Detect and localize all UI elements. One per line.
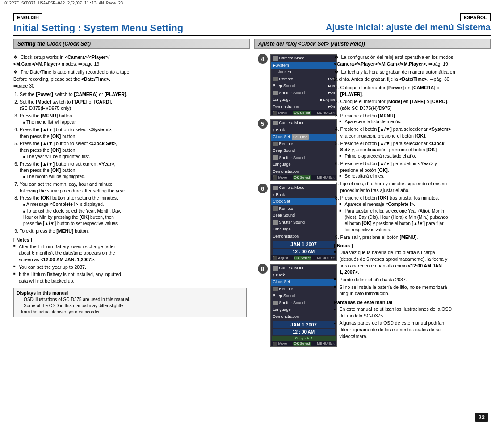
section-header-right: Ajuste del reloj <Clock Set> (Ajuste Rel… bbox=[254, 39, 491, 49]
lang-badge-espanol: ESPAÑOL bbox=[460, 13, 491, 21]
date-display-8: JAN 1 2007 bbox=[273, 321, 335, 328]
left-note-1: After the Lithium Battery loses its char… bbox=[13, 243, 247, 263]
step-circle-4: 4 bbox=[258, 54, 268, 64]
page-number: 23 bbox=[475, 413, 488, 422]
right-notes-list: Una vez que la batería de litio pierda s… bbox=[334, 249, 491, 297]
osd-screens-column: 4 Camera Mode ▶System Clock Set bbox=[258, 54, 332, 347]
right-steps-list: Coloque el interruptor [Power] en [CAMER… bbox=[334, 84, 491, 240]
left-column: ❖ Clock setup works in <Camera>/<Player>… bbox=[13, 54, 247, 347]
osd-row-beep-5: Beep Sound bbox=[271, 147, 336, 155]
right-step-3-bullet: Aparecerá la lista de menús. bbox=[345, 119, 491, 125]
main-title-right: Ajuste inicial: ajuste del menú Sistema bbox=[252, 22, 491, 35]
osd-bottom-6: ⬛ Adjust OK Select MENU Exit bbox=[271, 255, 336, 260]
left-step-7: You can set the month, day, hour and min… bbox=[20, 181, 247, 194]
osd-row-camera-mode-8: Camera Mode bbox=[271, 265, 336, 272]
osd-row-language-4: Language ▶English bbox=[271, 96, 336, 104]
osd-item-4: 4 Camera Mode ▶System Clock Set bbox=[258, 54, 332, 116]
displays-list: OSD illustrations of SC-D375 are used in… bbox=[17, 297, 244, 315]
right-step-9: Para salir, presione el botón [MENU]. bbox=[340, 234, 491, 241]
right-step-8-bullet1: Aparece el mensaje <Complete !>. bbox=[345, 201, 491, 208]
osd-row-camera-mode-6: Camera Mode bbox=[271, 184, 336, 192]
pantallas-section: Pantallas de este manual En este manual … bbox=[334, 300, 491, 339]
osd-row-language-5: Language bbox=[271, 161, 336, 168]
step-circle-5: 5 bbox=[258, 119, 268, 129]
osd-bottom-5: ⬛ Move OK Select MENU Exit bbox=[271, 175, 336, 180]
left-step-5: Press the [▲/▼] button to select <Clock … bbox=[20, 140, 247, 159]
left-step-2: Set the [Mode] switch to [TAPE] or [CARD… bbox=[20, 99, 247, 112]
osd-row-back-8: ↑ Back bbox=[271, 272, 336, 279]
left-step-6: Press the [▲/▼] button to set current <Y… bbox=[20, 161, 247, 180]
osd-row-language-6: Language bbox=[271, 226, 336, 233]
lang-badge-english: ENGLISH bbox=[13, 13, 42, 21]
left-step-1: Set the [Power] switch to [CAMERA] or [P… bbox=[20, 91, 247, 98]
right-step-7: Fije el mes, día, hora y minutos siguien… bbox=[340, 180, 491, 193]
left-note-2: You can set the year up to 2037. bbox=[13, 264, 247, 271]
left-step-8-bullet2: To adjust the clock, select the Year, Mo… bbox=[23, 208, 247, 227]
left-notes: [ Notes ] After the Lithium Battery lose… bbox=[13, 237, 247, 284]
right-step-3: Presione el botón [MENU]. Aparecerá la l… bbox=[340, 113, 491, 125]
osd-row-back-6: ↑ Back bbox=[271, 192, 336, 199]
pantallas-item-1: En este manual se utilizan las ilustraci… bbox=[334, 306, 491, 319]
osd-row-demo-8: Demonstration bbox=[271, 313, 336, 321]
pantallas-item-2: Algunas partes de la OSD de este manual … bbox=[334, 320, 491, 339]
pantallas-list: En este manual se utilizan las ilustraci… bbox=[334, 306, 491, 339]
osd-row-remote-6: Remote bbox=[271, 205, 336, 213]
right-notes: [ Notas ] Una vez que la batería de liti… bbox=[334, 243, 491, 297]
spanish-text-column: ❖ La configuración del reloj está operat… bbox=[334, 54, 491, 347]
osd-row-clockset-8: Clock Set bbox=[271, 279, 336, 286]
left-steps-list: Set the [Power] switch to [CAMERA] or [P… bbox=[13, 91, 247, 234]
osd-row-remote-5: Remote bbox=[271, 141, 336, 148]
right-step-5: Presione el botón [▲/▼] para seleccionar… bbox=[340, 140, 491, 159]
section-header-left: Setting the Clock (Clock Set) bbox=[13, 39, 250, 49]
right-step-8: Presione el botón [OK] tras ajustar los … bbox=[340, 195, 491, 233]
osd-row-beep-4: Beep Sound ▶On bbox=[271, 83, 336, 90]
osd-row-clockset-6: Clock Set bbox=[271, 198, 336, 205]
osd-item-6: 6 Camera Mode ↑ Back Clock Set bbox=[258, 184, 332, 261]
right-intro: ❖ La configuración del reloj está operat… bbox=[334, 54, 491, 83]
osd-row-clockset-4: Clock Set bbox=[271, 69, 336, 76]
right-step-6: Presione el botón [▲/▼] para definir <Ye… bbox=[340, 160, 491, 180]
osd-screen-8: Camera Mode ↑ Back Clock Set Remote bbox=[270, 264, 337, 347]
osd-screen-4: Camera Mode ▶System Clock Set Remote ▶On bbox=[270, 54, 337, 116]
osd-row-shutter-4: Shutter Sound ▶On bbox=[271, 90, 336, 97]
left-step-6-bullet: The month will be highlighted. bbox=[23, 174, 247, 180]
osd-row-demo-5: Demonstration bbox=[271, 168, 336, 175]
left-step-9: To exit, press the [MENU] button. bbox=[20, 228, 247, 234]
osd-row-beep-8: Beep Sound bbox=[271, 292, 336, 300]
step-circle-8: 8 bbox=[258, 264, 268, 274]
osd-row-shutter-8: Shutter Sound bbox=[271, 300, 336, 307]
displays-box: Displays in this manual OSD illustration… bbox=[13, 288, 247, 317]
displays-title: Displays in this manual bbox=[17, 290, 244, 296]
column-divider bbox=[252, 54, 252, 347]
left-notes-title: [ Notes ] bbox=[13, 237, 247, 242]
osd-row-shutter-5: Shutter Sound bbox=[271, 155, 336, 162]
pantallas-title: Pantallas de este manual bbox=[334, 300, 491, 305]
osd-screen-6: Camera Mode ↑ Back Clock Set Remote bbox=[270, 184, 337, 261]
time-display-6: 12 : 00 AM bbox=[273, 249, 335, 255]
right-step-1: Coloque el interruptor [Power] en [CAMER… bbox=[340, 84, 491, 97]
main-title-left: Initial Setting : System Menu Setting bbox=[13, 22, 252, 35]
left-step-4: Press the [▲/▼] button to select <System… bbox=[20, 126, 247, 139]
osd-row-demo-4: Demonstration ▶On bbox=[271, 104, 336, 111]
left-step-8-bullet1: A message <Complete !> is displayed. bbox=[23, 201, 247, 208]
right-note-2: Puede definir el año hasta 2037. bbox=[334, 276, 491, 283]
right-note-1: Una vez que la batería de litio pierda s… bbox=[334, 249, 491, 276]
right-step-4: Presione el botón [▲/▼] para seleccionar… bbox=[340, 126, 491, 139]
lang-headers: ENGLISH ESPAÑOL bbox=[13, 13, 491, 21]
set-time-badge: Set Time bbox=[292, 134, 309, 140]
right-note-3: Si no se instala la batería de litio, no… bbox=[334, 284, 491, 297]
osd-row-remote-4: Remote ▶On bbox=[271, 76, 336, 83]
right-step-2: Coloque el interruptor [Mode] en [TAPE] … bbox=[340, 98, 491, 111]
osd-bottom-4: ⬛ Move OK Select MENU Exit bbox=[271, 110, 336, 115]
two-col-layout: ❖ Clock setup works in <Camera>/<Player>… bbox=[13, 54, 491, 347]
osd-row-beep-6: Beep Sound bbox=[271, 212, 336, 219]
osd-row-clockset-5: Clock Set Set Time bbox=[271, 134, 336, 141]
left-note-3: If the Lithium Battery is not installed,… bbox=[13, 271, 247, 284]
right-column: 4 Camera Mode ▶System Clock Set bbox=[258, 54, 491, 347]
right-notes-title: [ Notas ] bbox=[334, 243, 491, 248]
display-item-2: Some of the OSD in this manual may diffe… bbox=[21, 303, 244, 315]
osd-item-8: 8 Camera Mode ↑ Back Clock Set bbox=[258, 264, 332, 347]
osd-row-remote-8: Remote bbox=[271, 286, 336, 293]
left-step-3: Press the [MENU] button. The menu list w… bbox=[20, 113, 247, 125]
main-title-row: Initial Setting : System Menu Setting Aj… bbox=[13, 22, 491, 36]
